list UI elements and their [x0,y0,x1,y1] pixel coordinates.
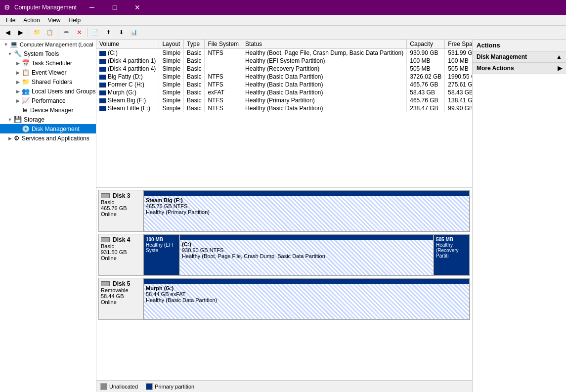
toolbar-btn-2[interactable]: 📋 [44,27,56,38]
cell-capacity: 465.76 GB [407,81,445,88]
table-row[interactable]: Steam Big (F:) Simple Basic NTFS Healthy… [96,96,472,104]
sidebar-item-computer-management[interactable]: ▼ 💻 Computer Management (Local [0,40,96,49]
partition-murphg[interactable]: Murph (G:) 58.44 GB exFAT Healthy (Basic… [143,278,470,319]
col-header-status[interactable]: Status [242,40,407,49]
toolbar-btn-8[interactable]: 📊 [128,27,140,38]
cell-status: Healthy (Recovery Partition) [242,65,407,73]
sidebar-item-services-apps[interactable]: ▶ ⚙ Services and Applications [0,133,96,143]
cell-type: Basic [184,57,205,65]
sidebar-label-performance: Performance [32,97,66,104]
sidebar-item-system-tools[interactable]: ▼ 🔧 System Tools [0,49,96,58]
table-row[interactable]: Former C (H:) Simple Basic NTFS Healthy … [96,81,472,88]
toolbar-separator-1 [29,28,29,37]
disk-partitions-disk4: 100 MB Healthy (EFI Syste (C:) 930.90 GB… [143,234,470,275]
partition-505mb[interactable]: 505 MB Healthy (Recovery Partiti [434,234,470,275]
legend-primary-box [146,383,153,390]
expand-icon-root: ▼ [2,42,10,47]
cell-status: Healthy (Basic Data Partition) [242,104,407,112]
sidebar-item-device-manager[interactable]: 🖥 Device Manager [0,105,96,115]
table-row[interactable]: (Disk 4 partition 4) Simple Basic Health… [96,65,472,73]
storage-icon: 💾 [14,116,22,123]
sidebar-item-local-users[interactable]: ▶ 👥 Local Users and Groups [0,87,96,96]
partition-label: (C:) [182,241,431,247]
toolbar: ◀ ▶ 📁 📋 ✏ ✕ 📄 ⬆ ⬇ 📊 [0,26,566,40]
toolbar-btn-3[interactable]: ✏ [60,27,72,38]
table-row[interactable]: (Disk 4 partition 1) Simple Basic Health… [96,57,472,65]
cell-filesystem: NTFS [205,81,242,88]
cell-type: Basic [184,104,205,112]
delete-button[interactable]: ✕ [73,27,85,38]
sidebar: ▼ 💻 Computer Management (Local ▼ 🔧 Syste… [0,40,96,392]
actions-section-header-more[interactable]: More Actions ▶ [473,63,566,74]
table-row[interactable]: Steam Little (E:) Simple Basic NTFS Heal… [96,104,472,112]
cell-type: Basic [184,81,205,88]
toolbar-btn-7[interactable]: ⬇ [115,27,127,38]
close-button[interactable]: ✕ [126,0,149,15]
col-header-layout[interactable]: Layout [159,40,184,49]
sidebar-item-storage[interactable]: ▼ 💾 Storage [0,115,96,124]
cell-freespace: 505 MB [445,65,472,73]
toolbar-btn-6[interactable]: ⬆ [102,27,114,38]
actions-section-header-disk-management[interactable]: Disk Management ▲ [473,51,566,62]
disk-partitions-disk3: Steam Big (F:) 465.76 GB NTFS Healthy (P… [143,190,470,231]
performance-icon: 📈 [22,97,30,104]
sidebar-item-performance[interactable]: ▶ 📈 Performance [0,96,96,105]
disk-type-disk5: Removable [101,287,141,293]
disk-visual-area[interactable]: Disk 3 Basic 465.76 GB Online Steam Big … [96,188,472,380]
cell-freespace: 1990.55 GB [445,73,472,81]
disk-table-area[interactable]: Volume Layout Type File System Status Ca… [96,40,472,188]
partition-status: Healthy (Primary Partition) [146,209,467,215]
expand-icon-task-scheduler: ▶ [14,61,22,66]
partition-label: Steam Big (F:) [146,197,467,203]
menubar: File Action View Help [0,15,566,26]
titlebar-controls: ─ □ ✕ [81,0,149,15]
col-header-capacity[interactable]: Capacity [407,40,445,49]
actions-disk-management-label: Disk Management [477,53,527,60]
cell-layout: Simple [159,49,184,57]
sidebar-item-task-scheduler[interactable]: ▶ 📅 Task Scheduler [0,58,96,68]
cell-capacity: 238.47 GB [407,104,445,112]
expand-icon-system-tools: ▼ [6,51,14,56]
menu-view[interactable]: View [44,16,65,25]
task-scheduler-icon: 📅 [22,59,30,67]
cell-status: Healthy (Boot, Page File, Crash Dump, Ba… [242,49,407,57]
col-header-type[interactable]: Type [184,40,205,49]
app-icon: ⚙ [4,3,10,11]
forward-button[interactable]: ▶ [15,27,27,38]
cell-freespace: 58.43 GB [445,88,472,96]
show-hide-button[interactable]: 📁 [31,27,43,38]
partition-c[interactable]: (C:) 930.90 GB NTFS Healthy (Boot, Page … [179,234,434,275]
toolbar-btn-5[interactable]: 📄 [89,27,101,38]
disk-label-disk4: Disk 4 Basic 931.50 GB Online [99,234,143,275]
titlebar-title: Computer Management [14,4,77,11]
disk-status-disk4: Online [101,255,141,261]
table-row[interactable]: Big Fatty (D:) Simple Basic NTFS Healthy… [96,73,472,81]
cell-type: Basic [184,49,205,57]
menu-help[interactable]: Help [65,16,85,25]
actions-disk-management-chevron: ▲ [556,53,562,60]
disk-label-disk3: Disk 3 Basic 465.76 GB Online [99,190,143,231]
partition-100mb[interactable]: 100 MB Healthy (EFI Syste [143,234,179,275]
sidebar-item-event-viewer[interactable]: ▶ 📋 Event Viewer [0,68,96,77]
back-button[interactable]: ◀ [2,27,14,38]
menu-file[interactable]: File [2,16,19,25]
cell-layout: Simple [159,65,184,73]
cell-type: Basic [184,65,205,73]
legend-unallocated: Unallocated [100,383,138,390]
sidebar-item-shared-folders[interactable]: ▶ 📁 Shared Folders [0,77,96,87]
disk-status-disk3: Online [101,211,141,217]
toolbar-separator-3 [87,28,87,37]
menu-action[interactable]: Action [19,16,44,25]
minimize-button[interactable]: ─ [81,0,103,15]
table-row[interactable]: Murph (G:) Simple Basic exFAT Healthy (B… [96,88,472,96]
disk-size-disk5: 58.44 GB [101,293,141,299]
sidebar-label-event-viewer: Event Viewer [32,69,66,76]
maximize-button[interactable]: □ [103,0,126,15]
sidebar-item-disk-management[interactable]: 💿 Disk Management [0,124,96,133]
col-header-filesystem[interactable]: File System [205,40,242,49]
col-header-volume[interactable]: Volume [96,40,159,49]
content-area: Volume Layout Type File System Status Ca… [96,40,472,392]
partition-steambigf[interactable]: Steam Big (F:) 465.76 GB NTFS Healthy (P… [143,190,470,231]
table-row[interactable]: (C:) Simple Basic NTFS Healthy (Boot, Pa… [96,49,472,57]
col-header-freespace[interactable]: Free Space [445,40,472,49]
